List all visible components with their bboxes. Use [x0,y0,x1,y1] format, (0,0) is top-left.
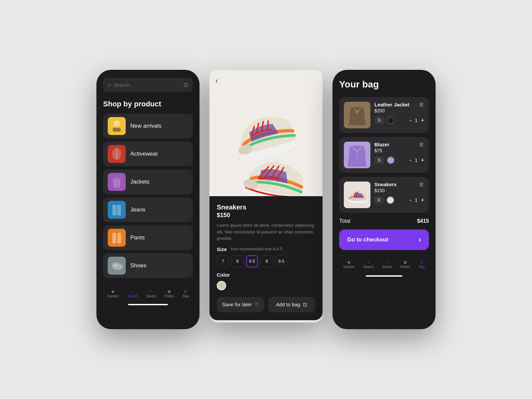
sneakers-qty-plus[interactable]: + [421,197,424,204]
jacket-size: S [374,117,384,124]
orders-icon: ▦ [168,290,171,293]
jacket-qty-plus[interactable]: + [421,117,424,124]
category-item-new-arrivals[interactable]: New arrivals [103,114,193,138]
camera-icon[interactable]: ⊙ [183,81,188,88]
blazer-qty-plus[interactable]: + [421,157,424,164]
search-nav-icon: ⌕ [131,290,133,293]
svg-rect-10 [108,229,126,247]
section-title: Shop by product [103,100,193,108]
p3-bag-icon: ⊡ [420,260,423,264]
nav-orders-label: Orders [164,294,174,298]
bag-title: Your bag [339,79,429,90]
p3-nav-bag[interactable]: ⊡ Bag [419,260,425,269]
shoe-display [209,70,323,196]
category-item-activewear[interactable]: Activewear [103,142,193,166]
sneakers-color[interactable] [387,197,394,204]
saved-icon: ♡ [149,290,152,293]
bag-item-price-sneakers: $150 [374,188,424,193]
bag-item-name-jacket: Leather Jacket [374,102,424,107]
save-label: Save for later [222,302,252,307]
search-input[interactable] [114,82,181,88]
svg-rect-2 [113,128,121,132]
color-option-beige[interactable] [217,281,226,290]
save-for-later-button[interactable]: Save for later ♡ [217,297,264,312]
blazer-color[interactable] [387,157,394,164]
search-icon: ⌕ [108,82,111,88]
bag-item-opts-sneakers: 8 - 1 + [374,197,424,204]
checkout-button[interactable]: Go to checkout › [339,229,429,250]
sneakers-qty-ctrl: - 1 + [410,197,424,204]
p3-explore-label: Explore [343,265,355,269]
bag-item-thumb-blazer [344,142,370,168]
category-list: New arrivals Activewear [103,114,193,278]
category-thumb-new-arrivals [108,117,126,135]
nav-saved[interactable]: ♡ Saved [146,290,155,298]
size-7[interactable]: 7 [217,255,229,267]
search-bar[interactable]: ⌕ ⊙ [103,78,193,92]
add-to-bag-button[interactable]: Add to bag ⊡ [268,297,315,312]
size-8-5[interactable]: 8.5 [246,255,258,267]
size-options: 7 8 8.5 9 9.5 [217,255,315,267]
nav-search-label: Search [127,294,138,298]
total-amount: $415 [417,218,429,224]
blazer-qty-val: 1 [415,158,418,163]
jacket-qty-ctrl: - 1 + [410,117,424,124]
category-item-pants[interactable]: Pants [103,225,193,250]
p3-search-label: Search [363,265,374,269]
category-item-jeans[interactable]: Jeans [103,198,193,222]
nav-orders[interactable]: ▦ Orders [164,290,174,298]
bag-item-blazer: Blazer $75 S - 1 + 🗑 [339,137,429,173]
back-button[interactable]: ‹ [215,76,218,85]
size-8[interactable]: 8 [231,255,243,267]
size-9[interactable]: 9 [261,255,273,267]
color-section: Color [217,272,315,290]
add-label: Add to bag [276,302,300,307]
blazer-qty-ctrl: - 1 + [410,157,424,164]
blazer-delete-icon[interactable]: 🗑 [419,142,424,148]
p3-nav-explore[interactable]: ◉ Explore [343,260,355,269]
jacket-delete-icon[interactable]: 🗑 [419,102,424,108]
size-9-5[interactable]: 9.5 [275,255,287,267]
size-recommendation: Your reccomended size is 8.5 [230,247,282,251]
nav-bag[interactable]: ⊡ Bag [183,290,189,298]
bag-item-price-jacket: $200 [374,108,424,113]
category-item-jackets[interactable]: Jackets [103,170,193,194]
p3-bag-label: Bag [419,265,425,269]
nav-search[interactable]: ⌕ Search [127,290,138,298]
jacket-qty-minus[interactable]: - [410,117,412,124]
total-label: Total [339,218,350,224]
category-name-pants: Pants [130,234,145,241]
nav-explore[interactable]: ◉ Explore [107,290,119,298]
bag-item-info-jacket: Leather Jacket $200 S - 1 + [374,102,424,124]
blazer-qty-minus[interactable]: - [410,157,412,164]
jacket-color[interactable] [387,117,394,124]
p3-explore-icon: ◉ [347,260,350,264]
nav-saved-label: Saved [146,294,155,298]
nav-explore-label: Explore [107,294,119,298]
product-description: Lorem ipsum dolor sit amet, consectetur … [217,222,315,242]
svg-rect-12 [117,233,121,243]
p3-orders-icon: ▦ [404,260,407,264]
explore-icon: ◉ [111,290,114,293]
category-name-new-arrivals: New arrivals [130,123,162,129]
sneakers-qty-minus[interactable]: - [410,197,412,204]
sneakers-delete-icon[interactable]: 🗑 [419,182,424,188]
product-actions: Save for later ♡ Add to bag ⊡ [217,297,315,312]
bottom-nav-bag: ◉ Explore ⌕ Search ♡ Saved ▦ Orders ⊡ [339,255,429,272]
p3-nav-saved[interactable]: ♡ Saved [382,260,391,269]
blazer-size: S [374,157,384,164]
svg-point-1 [113,120,120,127]
home-indicator-bag [366,275,402,277]
bag-item-sneakers: Sneakers $150 8 - 1 + 🗑 [339,177,429,213]
bag-item-info-sneakers: Sneakers $150 8 - 1 + [374,182,424,204]
p3-orders-label: Orders [400,265,410,269]
svg-rect-11 [112,233,116,243]
bag-item-thumb-jacket [344,102,370,128]
category-name-jeans: Jeans [130,206,145,213]
p3-nav-orders[interactable]: ▦ Orders [400,260,410,269]
bag-item-thumb-sneakers [344,182,370,208]
bag-icon: ⊡ [184,290,187,293]
p3-nav-search[interactable]: ⌕ Search [363,260,374,269]
category-thumb-jeans [108,201,126,219]
category-item-shoes[interactable]: Shoes [103,253,193,278]
